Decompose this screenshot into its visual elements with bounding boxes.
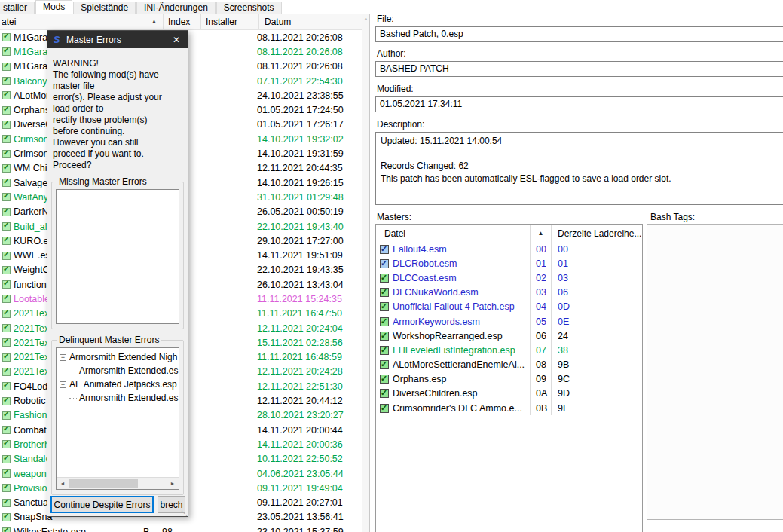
mod-checkbox-icon[interactable] (2, 310, 11, 318)
mod-checkbox-icon[interactable] (2, 513, 11, 521)
mod-list-row[interactable]: WilkesEstate.esp B. 98 23.10.2021 15:37:… (0, 524, 362, 532)
mod-checkbox-icon[interactable] (2, 164, 11, 173)
mod-list-scrollbar[interactable]: ^ (362, 14, 369, 532)
tab-screenshots[interactable]: Screenshots (216, 2, 282, 14)
master-row[interactable]: Crimsomrider's DLC Ammo.e... 0B 9F (376, 401, 642, 415)
master-index: 03 (531, 286, 552, 300)
master-row[interactable]: FHLeveledListIntegration.esp 07 38 (376, 343, 642, 357)
mod-checkbox-icon[interactable] (2, 135, 11, 143)
collapse-icon[interactable]: − (60, 381, 66, 388)
resize-grip[interactable]: ⋱ (181, 509, 188, 517)
mod-checkbox-icon[interactable] (2, 150, 11, 158)
missing-master-errors-list[interactable] (56, 189, 179, 324)
master-checkbox-icon[interactable] (380, 360, 389, 369)
mod-checkbox-icon[interactable] (2, 440, 11, 448)
mod-checkbox-icon[interactable] (2, 353, 11, 362)
tab-staller[interactable]: staller (0, 2, 35, 14)
mod-date: 26.05.2021 00:50:19 (257, 206, 362, 217)
mod-checkbox-icon[interactable] (2, 382, 11, 390)
mod-checkbox-icon[interactable] (2, 252, 11, 260)
tab-ini-änderungen[interactable]: INI-Änderungen (136, 2, 216, 14)
master-row[interactable]: DLCNukaWorld.esm 03 06 (376, 286, 642, 300)
mod-checkbox-icon[interactable] (2, 106, 11, 115)
master-checkbox-icon[interactable] (380, 332, 389, 341)
mod-checkbox-icon[interactable] (2, 179, 11, 187)
column-header-file[interactable]: atei (0, 14, 145, 29)
continue-despite-errors-button[interactable]: Continue Despite Errors (50, 496, 154, 513)
scroll-right-icon[interactable]: ► (167, 481, 179, 486)
tree-parent-item[interactable]: − AE Animated Jetpacks.esp (60, 378, 179, 391)
delinquent-master-errors-tree[interactable]: − Armorsmith Extended Nigh Armorsmith Ex… (56, 347, 179, 490)
column-header-index[interactable]: Index (164, 14, 201, 29)
mod-checkbox-icon[interactable] (2, 295, 11, 303)
masters-column-load-order[interactable]: Derzeite Ladereihe... (552, 225, 642, 242)
tab-mods[interactable]: Mods (35, 0, 72, 14)
master-row[interactable]: Unofficial Fallout 4 Patch.esp 04 0D (376, 300, 642, 314)
master-row[interactable]: DLCCoast.esm 02 03 (376, 271, 642, 285)
master-checkbox-icon[interactable] (380, 317, 389, 326)
mod-checkbox-icon[interactable] (2, 33, 11, 41)
master-checkbox-icon[interactable] (380, 245, 389, 254)
mod-checkbox-icon[interactable] (2, 193, 11, 201)
column-header-installer[interactable]: Installer (201, 14, 259, 29)
master-row[interactable]: Orphans.esp 09 9C (376, 372, 642, 387)
tree-parent-item[interactable]: − Armorsmith Extended Nigh (60, 350, 179, 364)
master-row[interactable]: DLCRobot.esm 01 01 (376, 256, 642, 271)
scroll-left-icon[interactable]: ◄ (57, 481, 69, 486)
mod-checkbox-icon[interactable] (2, 47, 11, 56)
masters-sort-ascending-icon[interactable]: ▲ (531, 225, 552, 242)
mod-checkbox-icon[interactable] (2, 455, 11, 463)
mod-checkbox-icon[interactable] (2, 469, 11, 478)
mod-checkbox-icon[interactable] (2, 77, 11, 85)
details-panel: File: Bashed Patch, 0.esp Author: BASHED… (369, 0, 783, 532)
author-field[interactable]: BASHED PATCH (375, 61, 783, 77)
collapse-icon[interactable]: − (60, 354, 66, 361)
master-checkbox-icon[interactable] (380, 389, 389, 398)
tree-horizontal-scrollbar[interactable]: ◄ ► (57, 477, 179, 489)
close-icon[interactable]: ✕ (165, 35, 188, 45)
master-row[interactable]: ArmorKeywords.esm 05 0E (376, 314, 642, 329)
master-checkbox-icon[interactable] (380, 288, 389, 297)
master-row[interactable]: ALotMoreSettlerandEnemieAl... 08 9B (376, 358, 642, 372)
mod-checkbox-icon[interactable] (2, 91, 11, 99)
modified-field[interactable]: 01.05.2021 17:34:11 (375, 96, 783, 112)
sort-ascending-icon[interactable]: ▲ (145, 14, 164, 29)
master-checkbox-icon[interactable] (380, 274, 389, 283)
master-checkbox-icon[interactable] (380, 259, 389, 268)
bash-tags-box[interactable] (647, 224, 783, 520)
mod-checkbox-icon[interactable] (2, 499, 11, 507)
master-row[interactable]: DiverseChildren.esp 0A 9D (376, 387, 642, 401)
scroll-up-icon[interactable]: ^ (362, 14, 369, 22)
mod-checkbox-icon[interactable] (2, 280, 11, 289)
mod-checkbox-icon[interactable] (2, 397, 11, 405)
mod-checkbox-icon[interactable] (2, 63, 11, 71)
mod-checkbox-icon[interactable] (2, 237, 11, 245)
master-name: Crimsomrider's DLC Ammo.e... (389, 403, 522, 414)
mod-checkbox-icon[interactable] (2, 484, 11, 492)
master-checkbox-icon[interactable] (380, 302, 389, 311)
mod-checkbox-icon[interactable] (2, 338, 11, 347)
file-field[interactable]: Bashed Patch, 0.esp (375, 26, 783, 42)
mod-checkbox-icon[interactable] (2, 121, 11, 129)
mod-checkbox-icon[interactable] (2, 208, 11, 216)
master-checkbox-icon[interactable] (380, 375, 389, 384)
mod-checkbox-icon[interactable] (2, 368, 11, 376)
column-header-date[interactable]: Datum (259, 14, 362, 29)
mod-checkbox-icon[interactable] (2, 527, 11, 532)
masters-column-file[interactable]: Datei (376, 225, 531, 242)
mod-checkbox-icon[interactable] (2, 324, 11, 332)
mod-checkbox-icon[interactable] (2, 266, 11, 274)
master-checkbox-icon[interactable] (380, 404, 389, 413)
mod-checkbox-icon[interactable] (2, 426, 11, 434)
tree-child-item[interactable]: Armorsmith Extended.es (60, 391, 179, 405)
scrollbar-thumb[interactable] (69, 479, 138, 488)
tree-child-item[interactable]: Armorsmith Extended.es (60, 364, 179, 378)
master-checkbox-icon[interactable] (380, 346, 389, 355)
tab-spielstände[interactable]: Spielstände (73, 2, 136, 14)
mod-checkbox-icon[interactable] (2, 222, 11, 231)
description-field[interactable]: Updated: 15.11.2021 14:00:54 Records Cha… (375, 132, 783, 205)
dialog-title-bar[interactable]: S Master Errors ✕ (47, 31, 188, 48)
master-row[interactable]: WorkshopRearranged.esp 06 24 (376, 329, 642, 343)
mod-checkbox-icon[interactable] (2, 411, 11, 420)
master-row[interactable]: Fallout4.esm 00 00 (376, 242, 642, 256)
